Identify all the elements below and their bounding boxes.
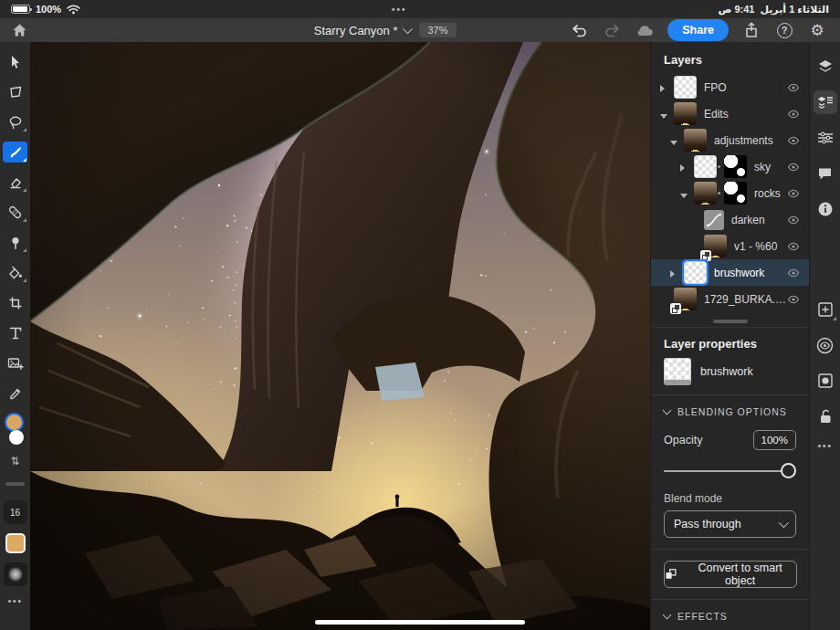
swap-colors-icon[interactable]: ⇅ <box>10 455 19 467</box>
effects-header[interactable]: EFFECTS <box>651 600 809 627</box>
rail-mask-button[interactable] <box>814 369 837 393</box>
convert-smart-object-button[interactable]: Convert to smart object <box>664 561 797 588</box>
home-button[interactable] <box>9 20 29 40</box>
layer-visibility-toggle[interactable] <box>787 293 800 306</box>
layer-row[interactable]: 1729_BURKA...anced-NR33 <box>651 286 809 312</box>
rail-info-button[interactable] <box>814 197 837 221</box>
layer-row[interactable]: sky <box>651 153 809 180</box>
layer-thumbnail[interactable] <box>694 155 717 178</box>
layer-expander[interactable] <box>670 265 681 281</box>
foreground-color-well[interactable] <box>6 415 22 430</box>
rail-layer-list-button[interactable] <box>814 90 837 114</box>
status-menu-dots[interactable]: ••• <box>392 5 407 15</box>
brush-color-swatch[interactable] <box>5 533 26 553</box>
layer-thumbnail[interactable] <box>674 288 697 310</box>
move-tool-icon <box>8 55 22 69</box>
eye-icon <box>787 187 800 200</box>
opacity-slider[interactable] <box>664 463 796 479</box>
document-title[interactable]: Starry Canyon * <box>314 24 411 37</box>
status-date: الثلاثاء 1 أبريل <box>760 4 829 16</box>
layer-row[interactable]: v1 - %60 <box>651 233 809 259</box>
layer-visibility-toggle[interactable] <box>787 81 800 94</box>
zoom-level-badge[interactable]: 37% <box>419 23 456 37</box>
tool-eyedropper[interactable] <box>3 383 27 404</box>
panel-drag-handle[interactable] <box>713 320 748 323</box>
layer-visibility-toggle[interactable] <box>787 187 800 200</box>
layer-thumbnail[interactable] <box>694 182 717 205</box>
clone-stamp-tool-icon <box>8 236 23 250</box>
mask-link-icon <box>718 165 720 168</box>
home-indicator-bar[interactable] <box>315 620 525 625</box>
layer-visibility-toggle[interactable] <box>787 161 800 173</box>
tool-lasso[interactable] <box>3 111 27 132</box>
opacity-value-box[interactable]: 100% <box>753 430 796 450</box>
tool-transform[interactable] <box>3 81 27 102</box>
layer-row[interactable]: FPO <box>651 74 809 100</box>
blending-options-header[interactable]: BLENDING OPTIONS <box>651 395 809 423</box>
layer-thumbnail[interactable] <box>704 235 727 257</box>
chevron-down-icon <box>403 24 413 34</box>
toolbar-drag-handle[interactable] <box>5 482 25 486</box>
tool-move[interactable] <box>3 51 27 72</box>
layer-visibility-toggle[interactable] <box>787 214 800 226</box>
tool-heal[interactable] <box>3 202 27 223</box>
tool-brush[interactable] <box>3 142 27 163</box>
layer-expander[interactable] <box>680 185 691 202</box>
settings-button[interactable]: ⚙ <box>807 20 827 40</box>
layer-row[interactable]: rocks <box>651 180 809 206</box>
chevron-down-icon <box>663 611 672 620</box>
layer-expander[interactable] <box>660 106 671 122</box>
layer-row[interactable]: darken <box>651 206 809 233</box>
layer-row[interactable]: brushwork <box>651 259 809 286</box>
share-button[interactable]: Share <box>667 19 729 41</box>
layer-row[interactable]: Edits <box>651 100 809 127</box>
tool-place-photo[interactable] <box>3 352 27 373</box>
help-button[interactable]: ? <box>774 20 794 40</box>
layer-thumbnail[interactable] <box>674 76 697 99</box>
blend-mode-dropdown[interactable]: Pass through <box>664 510 796 538</box>
rail-adjustments-button[interactable] <box>814 126 837 150</box>
tool-fill[interactable] <box>3 262 27 283</box>
layer-thumbnail[interactable] <box>684 129 707 152</box>
rail-lock-button[interactable] <box>814 404 837 428</box>
layer-thumbnail[interactable] <box>684 261 707 284</box>
layer-visibility-toggle[interactable] <box>787 240 800 253</box>
tool-eraser[interactable] <box>3 172 27 193</box>
mask-icon <box>817 373 834 389</box>
layer-visibility-toggle[interactable] <box>787 108 800 121</box>
cloud-sync-button[interactable] <box>635 20 655 40</box>
layer-expander[interactable] <box>660 79 671 96</box>
export-button[interactable] <box>741 20 761 40</box>
rail-more-button[interactable]: ••• <box>817 440 832 451</box>
brush-size-box[interactable]: 16 <box>4 500 27 524</box>
document-canvas[interactable] <box>30 42 650 630</box>
layer-thumbnail[interactable] <box>674 102 697 125</box>
toolbar-more-button[interactable]: ••• <box>7 595 22 606</box>
brush-tip-preview[interactable] <box>4 562 27 586</box>
layer-visibility-toggle[interactable] <box>787 267 800 279</box>
rail-add-layer-button[interactable] <box>814 298 837 321</box>
brush-tip-icon <box>8 567 23 582</box>
info-icon <box>817 201 834 217</box>
layer-expander[interactable] <box>680 159 691 175</box>
rail-layer-stack-button[interactable] <box>814 55 837 79</box>
opacity-slider-knob[interactable] <box>781 463 796 478</box>
rail-comment-button[interactable] <box>814 162 837 185</box>
selected-layer-thumbnail[interactable] <box>664 358 691 385</box>
rail-visibility-button[interactable] <box>814 333 837 357</box>
tool-type[interactable] <box>3 322 27 343</box>
undo-button[interactable] <box>569 20 589 40</box>
layer-thumbnail[interactable] <box>704 210 724 230</box>
layer-row[interactable]: adjustments <box>651 127 809 153</box>
background-color-well[interactable] <box>9 430 24 445</box>
tool-crop[interactable] <box>3 292 27 313</box>
layer-expander[interactable] <box>670 132 681 149</box>
chevron-down-icon <box>779 518 789 528</box>
eye-icon <box>787 81 800 94</box>
layer-mask-thumbnail[interactable] <box>724 155 747 178</box>
layer-mask-thumbnail[interactable] <box>724 182 747 205</box>
layer-visibility-toggle[interactable] <box>787 134 800 147</box>
redo-button[interactable] <box>602 20 622 40</box>
divider <box>651 549 809 550</box>
tool-clone-stamp[interactable] <box>3 232 27 253</box>
